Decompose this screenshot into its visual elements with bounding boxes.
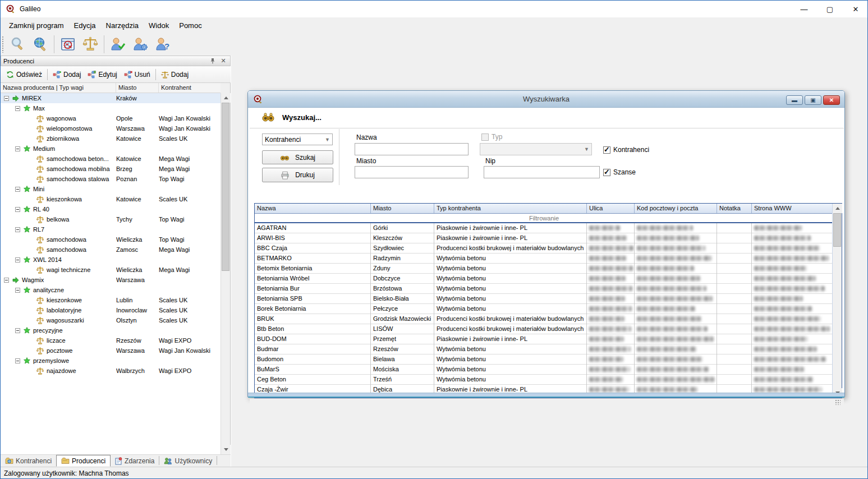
table-row[interactable]: BETMARKORadzyminWytwórnia betonu (255, 254, 833, 264)
nazwa-input[interactable] (355, 143, 469, 155)
edit-producer-button[interactable]: Edytuj (84, 69, 120, 80)
tree-row[interactable]: pocztoweWarszawaWagi Jan Kowalski (1, 346, 221, 356)
table-row[interactable]: Ceg BetonTrześńWytwórnia betonu (255, 375, 833, 385)
table-row[interactable]: Betoniarnia SPBBielsko-BiałaWytwórnia be… (255, 294, 833, 304)
tree-row[interactable]: wagi techniczneWieliczkaMega Wagi (1, 265, 221, 275)
child-minimize-button[interactable]: ▬ (786, 95, 803, 105)
tab-producenci[interactable]: Producenci (56, 455, 111, 467)
szanse-checkbox[interactable] (603, 169, 610, 176)
tree-row[interactable]: samochodowa stalowaPoznanTop Wagi (1, 174, 221, 184)
expander-icon[interactable] (15, 257, 20, 262)
table-row[interactable]: Betomix BetoniarniaZdunyWytwórnia betonu (255, 264, 833, 274)
tree-row[interactable]: wagonowaOpoleWagi Jan Kowalski (1, 113, 221, 123)
table-row[interactable]: AGATRANGórkiPiaskownie i żwirownie i inn… (255, 223, 833, 233)
table-row[interactable]: BudomonBielawaWytwórnia betonu (255, 354, 833, 365)
web-search-icon[interactable] (29, 34, 52, 54)
panel-close-icon[interactable]: ✕ (219, 57, 228, 65)
tree-row[interactable]: precyzyjne (1, 325, 221, 335)
search-button[interactable]: Szukaj (262, 150, 333, 164)
tree-row[interactable]: przemyslowe (1, 356, 221, 366)
col-kod-pocztowy[interactable]: Kod pocztowy i poczta (635, 204, 717, 213)
nip-input[interactable] (484, 166, 600, 178)
user-check-icon[interactable] (107, 34, 129, 54)
table-row[interactable]: Btb BetonLISÓWProducenci kostki brukowej… (255, 324, 833, 334)
add-producer-button[interactable]: Dodaj (49, 69, 84, 80)
category-select[interactable]: Kontrahenci ▼ (262, 133, 333, 145)
expander-icon[interactable] (4, 278, 9, 283)
search-window-titlebar[interactable]: Wyszukiwarka ▬ ▣ ✕ (248, 91, 844, 108)
expander-icon[interactable] (15, 227, 20, 232)
table-row[interactable]: ARWI-BISKleszczówPiaskownie i żwirownie … (255, 233, 833, 243)
table-scroll-up-icon[interactable] (833, 204, 842, 213)
col-nazwa[interactable]: Nazwa (255, 204, 371, 213)
tree-row[interactable]: belkowaTychyTop Wagi (1, 214, 221, 224)
expander-icon[interactable] (15, 106, 20, 111)
col-miasto[interactable]: Miasto (116, 83, 159, 93)
tree-row[interactable]: MIREXKraków (1, 93, 221, 103)
tree-row[interactable]: najazdoweWalbrzychWagi EXPO (1, 366, 221, 376)
tree-row[interactable]: Medium (1, 144, 221, 154)
kontrahenci-checkbox[interactable] (603, 146, 610, 154)
table-row[interactable]: BudmarRzeszówWytwórnia betonu (255, 344, 833, 354)
scroll-up-icon[interactable] (221, 93, 231, 103)
maximize-button[interactable]: ▢ (817, 1, 843, 17)
col-miasto[interactable]: Miasto (371, 204, 434, 213)
child-close-button[interactable]: ✕ (823, 95, 840, 105)
user-help-icon[interactable]: ? (151, 34, 174, 54)
calendar-icon[interactable] (57, 34, 79, 54)
table-row[interactable]: BBC CzajaSzydłowiecProducenci kostki bru… (255, 243, 833, 254)
filter-row[interactable]: Filtrowanie (255, 214, 833, 223)
tree-row[interactable]: liczaceRzeszówWagi EXPO (1, 335, 221, 346)
table-row[interactable]: BUD-DOMPrzemętPiaskownie i żwirownie i i… (255, 334, 833, 344)
menu-pomoc[interactable]: Pomoc (174, 19, 206, 33)
toolbar-grip[interactable] (2, 36, 4, 53)
add-scale-button[interactable]: Dodaj (158, 69, 192, 80)
delete-producer-button[interactable]: Usuń (121, 69, 154, 80)
tree-row[interactable]: Mini (1, 184, 221, 194)
col-ulica[interactable]: Ulica (587, 204, 635, 213)
menu-narzedzia[interactable]: Narzędzia (101, 19, 144, 33)
resize-grip[interactable] (835, 399, 841, 405)
expander-icon[interactable] (15, 328, 20, 333)
tab-uzytkownicy[interactable]: Użytkownicy (159, 455, 217, 467)
tree-row[interactable]: WagmixWarszawa (1, 275, 221, 285)
tab-zdarzenia[interactable]: Zdarzenia (111, 455, 159, 467)
tree-row[interactable]: kieszonkowaKatowiceScales UK (1, 194, 221, 204)
user-settings-icon[interactable] (129, 34, 151, 54)
tree-row[interactable]: analityczne (1, 285, 221, 295)
col-kontrahent[interactable]: Kontrahent (159, 83, 218, 93)
tree-row[interactable]: samochodowa mobilnaBrzegMega Wagi (1, 164, 221, 174)
expander-icon[interactable] (15, 207, 20, 212)
table-row[interactable]: BuMarSMościskaWytwórnia betonu (255, 365, 833, 375)
minimize-button[interactable]: — (791, 1, 817, 17)
refresh-button[interactable]: Odśwież (3, 69, 45, 80)
tree-scrollbar[interactable] (221, 93, 230, 454)
menu-widok[interactable]: Widok (144, 19, 174, 33)
tree-row[interactable]: samochodowaWieliczkaTop Wagi (1, 234, 221, 245)
close-button[interactable]: ✕ (843, 1, 868, 17)
tree-row[interactable]: kieszonkoweLublinScales UK (1, 295, 221, 305)
table-row[interactable]: Borek BetoniarniaPełczyceWytwórnia beton… (255, 304, 833, 314)
menu-zamknij-program[interactable]: Zamknij program (4, 19, 69, 33)
search-icon[interactable] (7, 34, 29, 54)
tree-row[interactable]: labolatoryjneInowroclawScales UK (1, 305, 221, 315)
expander-icon[interactable] (15, 146, 20, 151)
col-typ-kontrahenta[interactable]: Typ kontrahenta (434, 204, 587, 213)
tree-row[interactable]: zbiornikowaKatowiceScales UK (1, 133, 221, 144)
tree-row[interactable]: samochodowaZamoscMega Wagi (1, 245, 221, 255)
miasto-input[interactable] (355, 166, 469, 178)
col-strona-www[interactable]: Strona WWW (752, 204, 833, 213)
tree-row[interactable]: wielopomostowaWarszawaWagi Jan Kowalski (1, 123, 221, 133)
scroll-down-icon[interactable] (221, 445, 231, 454)
table-row[interactable]: BRUKGrodzisk MazowieckiProducenci kostki… (255, 314, 833, 324)
table-row[interactable]: Betoniarnia WróbelDobczyceWytwórnia beto… (255, 274, 833, 284)
table-scroll-thumb[interactable] (833, 213, 841, 247)
tree-row[interactable]: samochodowa beton...KatowiceMega Wagi (1, 154, 221, 164)
tree-scroll-thumb[interactable] (222, 103, 229, 271)
tree-row[interactable]: wagosuszarkiOlsztynScales UK (1, 315, 221, 325)
scales-icon[interactable] (79, 34, 102, 54)
expander-icon[interactable] (15, 187, 20, 192)
col-notatka[interactable]: Notatka (717, 204, 752, 213)
table-row[interactable]: Betoniarnia BurBrzóstowaWytwórnia betonu (255, 284, 833, 294)
child-restore-button[interactable]: ▣ (805, 95, 821, 105)
